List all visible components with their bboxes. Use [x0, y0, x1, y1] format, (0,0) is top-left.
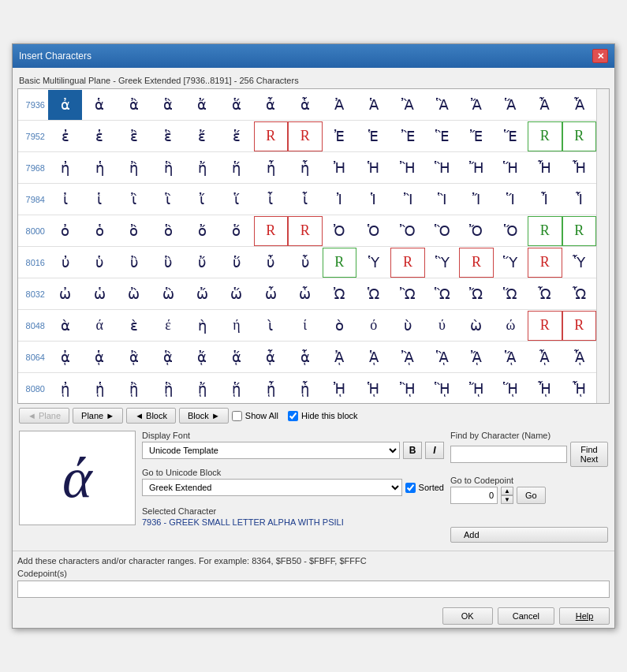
char-cell[interactable]: ᾙ: [356, 374, 390, 404]
char-cell[interactable]: Ἴ: [459, 185, 493, 215]
char-cell[interactable]: ᾐ: [48, 374, 82, 404]
char-cell[interactable]: Ὥ: [494, 279, 528, 309]
char-cell[interactable]: ὠ: [48, 279, 82, 309]
char-cell[interactable]: ἲ: [117, 185, 151, 215]
char-cell[interactable]: ἤ: [185, 153, 219, 183]
char-cell[interactable]: ὴ: [185, 311, 219, 341]
next-plane-button[interactable]: Plane ►: [73, 408, 123, 424]
char-cell[interactable]: Ἱ: [356, 185, 390, 215]
hide-block-checkbox[interactable]: [288, 411, 298, 421]
char-cell[interactable]: Ὂ: [390, 216, 424, 246]
char-cell[interactable]: Ὤ: [459, 279, 493, 309]
char-cell[interactable]: ὡ: [82, 279, 116, 309]
char-cell[interactable]: Ἐ: [323, 121, 356, 151]
char-cell[interactable]: R: [528, 311, 562, 341]
char-cell[interactable]: Ἵ: [494, 185, 528, 215]
char-cell[interactable]: ὶ: [254, 311, 288, 341]
char-cell[interactable]: ὀ: [48, 216, 82, 246]
go-button[interactable]: Go: [517, 487, 546, 504]
char-cell[interactable]: ἥ: [219, 153, 253, 183]
char-cell[interactable]: Ὃ: [425, 216, 459, 246]
char-cell[interactable]: ᾈ: [323, 342, 356, 372]
cancel-button[interactable]: Cancel: [498, 607, 554, 625]
char-cell[interactable]: Ὄ: [459, 216, 493, 246]
char-cell[interactable]: R: [562, 216, 596, 246]
char-cell[interactable]: ἓ: [151, 121, 185, 151]
char-cell[interactable]: ἑ: [82, 121, 116, 151]
char-cell[interactable]: Ἀ: [323, 90, 356, 120]
char-cell[interactable]: Ὓ: [425, 248, 459, 278]
char-cell[interactable]: Ἡ: [356, 153, 390, 183]
char-cell[interactable]: ὺ: [390, 311, 424, 341]
char-cell[interactable]: ᾖ: [254, 374, 288, 404]
italic-button[interactable]: I: [425, 442, 444, 459]
char-cell[interactable]: Ὢ: [390, 279, 424, 309]
char-cell[interactable]: ὗ: [288, 248, 322, 278]
char-cell[interactable]: ύ: [425, 311, 459, 341]
char-cell[interactable]: ὲ: [117, 311, 151, 341]
char-cell[interactable]: Ὑ: [356, 248, 390, 278]
char-cell[interactable]: ὔ: [185, 248, 219, 278]
char-cell[interactable]: ᾕ: [219, 374, 253, 404]
char-cell[interactable]: ᾟ: [562, 374, 596, 404]
char-cell[interactable]: R: [288, 216, 322, 246]
char-grid[interactable]: 7936ἀἁἂἃἄἅἆἇἈἉἊἋἌἍἎἏ7952ἐἑἒἓἔἕRRἘἙἚἛἜἝRR…: [18, 89, 596, 403]
find-next-button[interactable]: Find Next: [570, 442, 608, 467]
char-cell[interactable]: ᾛ: [425, 374, 459, 404]
char-cell[interactable]: ᾍ: [494, 342, 528, 372]
char-cell[interactable]: Ὡ: [356, 279, 390, 309]
char-cell[interactable]: ὓ: [151, 248, 185, 278]
char-cell[interactable]: ἱ: [82, 185, 116, 215]
char-cell[interactable]: ἄ: [185, 90, 219, 120]
bold-button[interactable]: B: [403, 442, 422, 459]
char-cell[interactable]: ὖ: [254, 248, 288, 278]
char-cell[interactable]: ἐ: [48, 121, 82, 151]
char-cell[interactable]: Ὧ: [562, 279, 596, 309]
char-cell[interactable]: ἠ: [48, 153, 82, 183]
char-cell[interactable]: έ: [151, 311, 185, 341]
char-cell[interactable]: ὂ: [117, 216, 151, 246]
char-cell[interactable]: ᾀ: [48, 342, 82, 372]
char-cell[interactable]: ἵ: [219, 185, 253, 215]
char-cell[interactable]: ᾃ: [151, 342, 185, 372]
char-cell[interactable]: ὰ: [48, 311, 82, 341]
char-cell[interactable]: R: [459, 248, 493, 278]
char-cell[interactable]: ὥ: [219, 279, 253, 309]
char-cell[interactable]: Ἤ: [459, 153, 493, 183]
char-cell[interactable]: Ὁ: [356, 216, 390, 246]
char-cell[interactable]: Ἧ: [562, 153, 596, 183]
char-cell[interactable]: ᾗ: [288, 374, 322, 404]
char-cell[interactable]: ὑ: [82, 248, 116, 278]
char-cell[interactable]: ὸ: [323, 311, 356, 341]
char-cell[interactable]: Ὦ: [528, 279, 562, 309]
codepoint-up[interactable]: ▲: [501, 487, 513, 495]
char-cell[interactable]: Ἶ: [528, 185, 562, 215]
char-cell[interactable]: ᾜ: [459, 374, 493, 404]
close-button[interactable]: ✕: [592, 49, 608, 63]
char-cell[interactable]: Ἷ: [562, 185, 596, 215]
char-cell[interactable]: ᾇ: [288, 342, 322, 372]
char-cell[interactable]: ᾑ: [82, 374, 116, 404]
prev-block-button[interactable]: ◄ Block: [126, 408, 176, 424]
char-cell[interactable]: Ἆ: [528, 90, 562, 120]
char-cell[interactable]: Ἓ: [425, 121, 459, 151]
char-cell[interactable]: ἂ: [117, 90, 151, 120]
char-cell[interactable]: Ὅ: [494, 216, 528, 246]
char-cell[interactable]: R: [390, 248, 424, 278]
char-cell[interactable]: ἃ: [151, 90, 185, 120]
char-cell[interactable]: R: [562, 121, 596, 151]
sorted-checkbox-label[interactable]: Sorted: [405, 483, 444, 493]
char-cell[interactable]: ἶ: [254, 185, 288, 215]
char-cell[interactable]: ᾋ: [425, 342, 459, 372]
char-cell[interactable]: ᾁ: [82, 342, 116, 372]
char-cell[interactable]: ὢ: [117, 279, 151, 309]
char-cell[interactable]: ἆ: [254, 90, 288, 120]
char-cell[interactable]: R: [254, 121, 288, 151]
show-all-checkbox-label[interactable]: Show All: [232, 411, 278, 421]
char-cell[interactable]: ἔ: [185, 121, 219, 151]
char-cell[interactable]: R: [562, 311, 596, 341]
char-cell[interactable]: R: [323, 248, 356, 278]
char-cell[interactable]: ἦ: [254, 153, 288, 183]
char-cell[interactable]: Ἁ: [356, 90, 390, 120]
char-cell[interactable]: Ἔ: [459, 121, 493, 151]
